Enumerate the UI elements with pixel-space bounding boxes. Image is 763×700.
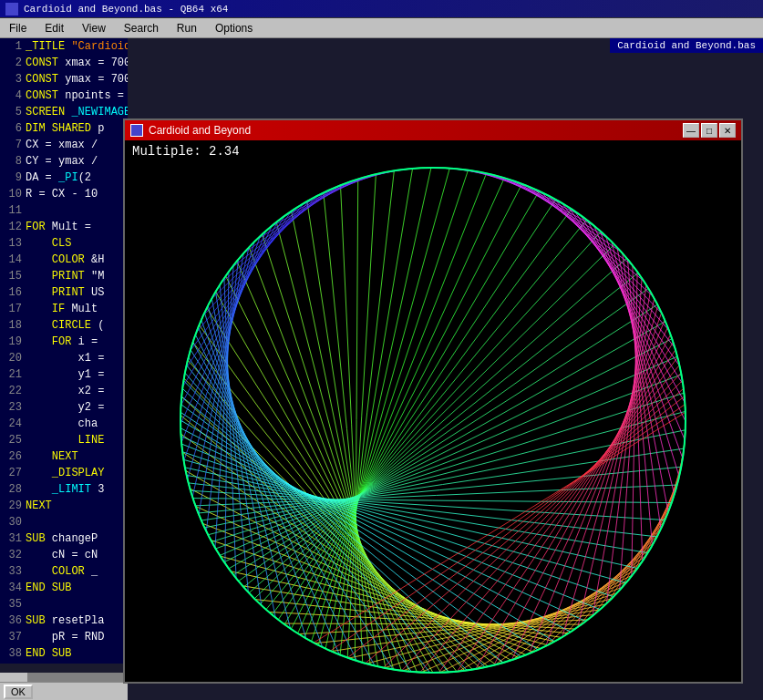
code-line-8: 8 CY = ymax /	[0, 153, 128, 170]
menu-search[interactable]: Search	[115, 18, 168, 37]
code-line-34: 34 END SUB	[0, 580, 128, 596]
ok-button[interactable]: OK	[4, 685, 33, 699]
output-titlebar: Cardioid and Beyond — □ ✕	[125, 120, 741, 140]
code-line-37: 37 pR = RND	[0, 629, 128, 645]
code-line-36: 36 SUB resetPla	[0, 612, 128, 629]
menu-view[interactable]: View	[73, 18, 115, 37]
close-button[interactable]: ✕	[719, 123, 736, 138]
code-line-23: 23 y2 =	[0, 399, 128, 416]
code-line-28: 28 _LIMIT 3	[0, 481, 128, 498]
menu-run[interactable]: Run	[168, 18, 206, 37]
menu-options[interactable]: Options	[206, 18, 262, 37]
code-line-33: 33 COLOR _	[0, 563, 128, 580]
editor-scrollbar[interactable]	[0, 673, 128, 682]
code-line-2: 2 CONST xmax = 700	[0, 55, 128, 71]
maximize-button[interactable]: □	[701, 123, 717, 138]
multiple-label: Multiple: 2.34	[125, 140, 247, 162]
editor-scrollbar-thumb[interactable]	[0, 673, 27, 682]
code-line-11: 11	[0, 202, 128, 219]
code-editor[interactable]: 1 _TITLE "Cardioid and Beyond" 'B+... 2 …	[0, 38, 128, 664]
output-content: Multiple: 2.34	[125, 140, 741, 682]
output-title: Cardioid and Beyond	[149, 124, 683, 137]
code-line-30: 30	[0, 514, 128, 530]
status-bar-top: Cardioid and Beyond.bas	[610, 38, 763, 53]
code-line-6: 6 DIM SHARED p	[0, 120, 128, 137]
code-line-17: 17 IF Mult	[0, 301, 128, 317]
code-line-1: 1 _TITLE "Cardioid and Beyond" 'B+...	[0, 38, 128, 55]
ide-title: Cardioid and Beyond.bas - QB64 x64	[24, 4, 228, 15]
code-line-38: 38 END SUB	[0, 645, 128, 662]
code-line-27: 27 _DISPLAY	[0, 465, 128, 481]
code-line-25: 25 LINE	[0, 432, 128, 448]
code-line-35: 35	[0, 596, 128, 612]
output-titlebar-icon	[130, 124, 143, 137]
code-line-9: 9 DA = _PI(2	[0, 170, 128, 186]
menubar: File Edit View Search Run Options	[0, 18, 763, 38]
code-line-3: 3 CONST ymax = 700	[0, 71, 128, 88]
code-line-4: 4 CONST npoints = 200	[0, 88, 128, 104]
code-line-7: 7 CX = xmax /	[0, 137, 128, 153]
code-line-20: 20 x1 =	[0, 350, 128, 366]
minimize-button[interactable]: —	[683, 123, 699, 138]
code-line-15: 15 PRINT "M	[0, 268, 128, 284]
status-filename: Cardioid and Beyond.bas	[617, 40, 756, 51]
code-line-19: 19 FOR i =	[0, 334, 128, 350]
output-window: Cardioid and Beyond — □ ✕ Multiple: 2.34	[123, 118, 743, 684]
ide-titlebar: Cardioid and Beyond.bas - QB64 x64	[0, 0, 763, 18]
code-line-26: 26 NEXT	[0, 448, 128, 465]
code-line-29: 29 NEXT	[0, 498, 128, 514]
code-line-10: 10 R = CX - 10	[0, 186, 128, 202]
code-line-5: 5 SCREEN _NEWIMAGE(xmax, ymax, 32)	[0, 104, 128, 120]
code-line-18: 18 CIRCLE (	[0, 317, 128, 334]
code-line-13: 13 CLS	[0, 235, 128, 252]
code-line-16: 16 PRINT US	[0, 284, 128, 301]
menu-file[interactable]: File	[0, 18, 36, 37]
code-line-12: 12 FOR Mult =	[0, 219, 128, 235]
ide-titlebar-icon	[5, 3, 18, 15]
code-line-14: 14 COLOR &H	[0, 252, 128, 268]
ide-statusbar: OK	[0, 682, 128, 700]
code-line-32: 32 cN = cN	[0, 547, 128, 563]
code-line-31: 31 SUB changeP	[0, 530, 128, 547]
code-line-24: 24 cha	[0, 416, 128, 432]
code-line-21: 21 y1 =	[0, 366, 128, 383]
cardioid-canvas	[125, 140, 741, 682]
output-controls: — □ ✕	[683, 123, 736, 138]
menu-edit[interactable]: Edit	[36, 18, 73, 37]
code-line-22: 22 x2 =	[0, 383, 128, 399]
